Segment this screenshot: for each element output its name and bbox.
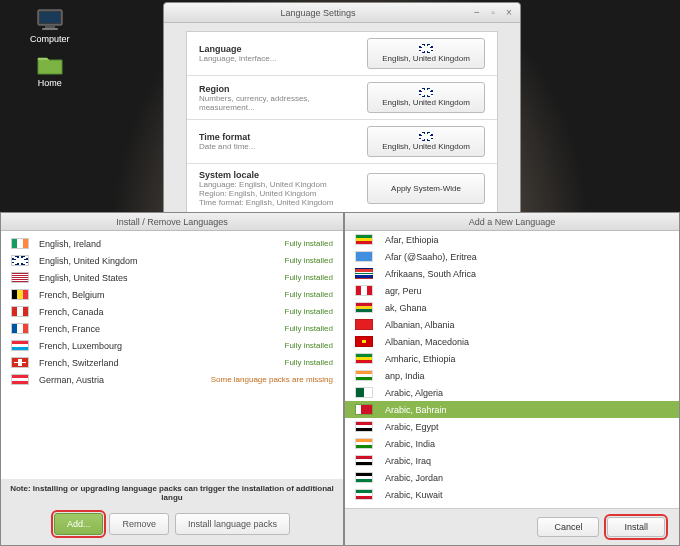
list-item[interactable]: Arabic, Kuwait	[345, 486, 679, 503]
desktop-icon-home[interactable]: Home	[30, 52, 70, 88]
desktop-icon-label: Home	[30, 78, 70, 88]
row-title: Time format	[199, 132, 367, 142]
row-title: Language	[199, 44, 367, 54]
list-item[interactable]: anp, India	[345, 367, 679, 384]
install-remove-window: Install / Remove Languages English, Irel…	[0, 212, 344, 546]
list-item[interactable]: Afrikaans, South Africa	[345, 265, 679, 282]
list-item[interactable]: French, FranceFully installed	[1, 320, 343, 337]
installed-languages-list[interactable]: English, IrelandFully installedEnglish, …	[1, 231, 343, 479]
window-title: Language Settings	[164, 8, 472, 18]
button-label: English, United Kingdom	[382, 98, 470, 107]
list-item[interactable]: English, United KingdomFully installed	[1, 252, 343, 269]
language-select-button[interactable]: English, United Kingdom	[367, 38, 485, 69]
language-name: Arabic, Jordan	[385, 473, 443, 483]
cancel-button[interactable]: Cancel	[537, 517, 599, 537]
close-icon[interactable]: ×	[504, 8, 514, 18]
language-name: German, Austria	[39, 375, 211, 385]
list-item[interactable]: French, BelgiumFully installed	[1, 286, 343, 303]
list-item[interactable]: French, CanadaFully installed	[1, 303, 343, 320]
install-status: Fully installed	[285, 358, 333, 367]
language-name: Amharic, Ethiopia	[385, 354, 456, 364]
apply-systemwide-button[interactable]: Apply System-Wide	[367, 173, 485, 204]
row-systemlocale: System locale Language: English, United …	[187, 164, 497, 214]
language-name: Arabic, Egypt	[385, 422, 439, 432]
language-name: French, Canada	[39, 307, 285, 317]
list-item[interactable]: Afar (@Saaho), Eritrea	[345, 248, 679, 265]
language-name: French, France	[39, 324, 285, 334]
language-name: anp, India	[385, 371, 425, 381]
desktop-icons: Computer Home	[30, 0, 70, 88]
list-item[interactable]: Arabic, Egypt	[345, 418, 679, 435]
language-name: Arabic, Kuwait	[385, 490, 443, 500]
row-title: System locale	[199, 170, 367, 180]
uk-flag-icon	[419, 88, 433, 97]
language-name: ak, Ghana	[385, 303, 427, 313]
button-row: Add... Remove Install language packs	[1, 507, 343, 545]
language-name: Arabic, Algeria	[385, 388, 443, 398]
row-title: Region	[199, 84, 367, 94]
language-name: French, Luxembourg	[39, 341, 285, 351]
list-item[interactable]: Arabic, India	[345, 435, 679, 452]
remove-button[interactable]: Remove	[109, 513, 169, 535]
row-subtitle: Language, interface...	[199, 54, 367, 63]
svg-rect-2	[45, 26, 55, 28]
row-timeformat: Time format Date and time... English, Un…	[187, 120, 497, 164]
language-name: Afar (@Saaho), Eritrea	[385, 252, 477, 262]
list-item[interactable]: Albanian, Macedonia	[345, 333, 679, 350]
language-name: French, Switzerland	[39, 358, 285, 368]
row-region: Region Numbers, currency, addresses, mea…	[187, 76, 497, 120]
list-item[interactable]: French, SwitzerlandFully installed	[1, 354, 343, 371]
language-name: Albanian, Albania	[385, 320, 455, 330]
locale-line: Region: English, United Kingdom	[199, 189, 367, 198]
install-status: Fully installed	[285, 341, 333, 350]
list-item[interactable]: English, United StatesFully installed	[1, 269, 343, 286]
titlebar[interactable]: Language Settings − ▫ ×	[164, 3, 520, 23]
window-title: Install / Remove Languages	[1, 213, 343, 231]
install-note: Note: Installing or upgrading language p…	[1, 479, 343, 507]
list-item[interactable]: Arabic, Iraq	[345, 452, 679, 469]
install-status: Fully installed	[285, 324, 333, 333]
window-title: Add a New Language	[345, 213, 679, 231]
desktop-icon-computer[interactable]: Computer	[30, 8, 70, 44]
button-row: Cancel Install	[345, 508, 679, 545]
available-languages-list[interactable]: Afar, EthiopiaAfar (@Saaho), EritreaAfri…	[345, 231, 679, 508]
list-item[interactable]: Arabic, Algeria	[345, 384, 679, 401]
language-name: Arabic, Bahrain	[385, 405, 447, 415]
row-subtitle: Date and time...	[199, 142, 367, 151]
list-item[interactable]: Afar, Ethiopia	[345, 231, 679, 248]
install-button[interactable]: Install	[607, 517, 665, 537]
maximize-icon[interactable]: ▫	[488, 8, 498, 18]
list-item[interactable]: agr, Peru	[345, 282, 679, 299]
language-name: English, Ireland	[39, 239, 285, 249]
list-item[interactable]: Amharic, Ethiopia	[345, 350, 679, 367]
uk-flag-icon	[419, 132, 433, 141]
list-item[interactable]: Arabic, Bahrain	[345, 401, 679, 418]
timeformat-select-button[interactable]: English, United Kingdom	[367, 126, 485, 157]
row-language: Language Language, interface... English,…	[187, 32, 497, 76]
language-name: French, Belgium	[39, 290, 285, 300]
language-name: English, United States	[39, 273, 285, 283]
list-item[interactable]: Albanian, Albania	[345, 316, 679, 333]
add-button[interactable]: Add...	[54, 513, 104, 535]
minimize-icon[interactable]: −	[472, 8, 482, 18]
locale-line: Language: English, United Kingdom	[199, 180, 367, 189]
language-name: Afar, Ethiopia	[385, 235, 439, 245]
list-item[interactable]: German, AustriaSome language packs are m…	[1, 371, 343, 388]
locale-line: Time format: English, United Kingdom	[199, 198, 367, 207]
region-select-button[interactable]: English, United Kingdom	[367, 82, 485, 113]
install-status: Fully installed	[285, 307, 333, 316]
list-item[interactable]: ak, Ghana	[345, 299, 679, 316]
language-name: Albanian, Macedonia	[385, 337, 469, 347]
uk-flag-icon	[419, 44, 433, 53]
add-language-window: Add a New Language Afar, EthiopiaAfar (@…	[344, 212, 680, 546]
row-subtitle: Numbers, currency, addresses, measuremen…	[199, 94, 367, 112]
language-name: Arabic, India	[385, 439, 435, 449]
list-item[interactable]: Arabic, Jordan	[345, 469, 679, 486]
desktop-icon-label: Computer	[30, 34, 70, 44]
language-name: Arabic, Iraq	[385, 456, 431, 466]
list-item[interactable]: French, LuxembourgFully installed	[1, 337, 343, 354]
list-item[interactable]: English, IrelandFully installed	[1, 235, 343, 252]
svg-rect-1	[40, 12, 60, 23]
install-packs-button[interactable]: Install language packs	[175, 513, 290, 535]
button-label: Apply System-Wide	[391, 184, 461, 193]
